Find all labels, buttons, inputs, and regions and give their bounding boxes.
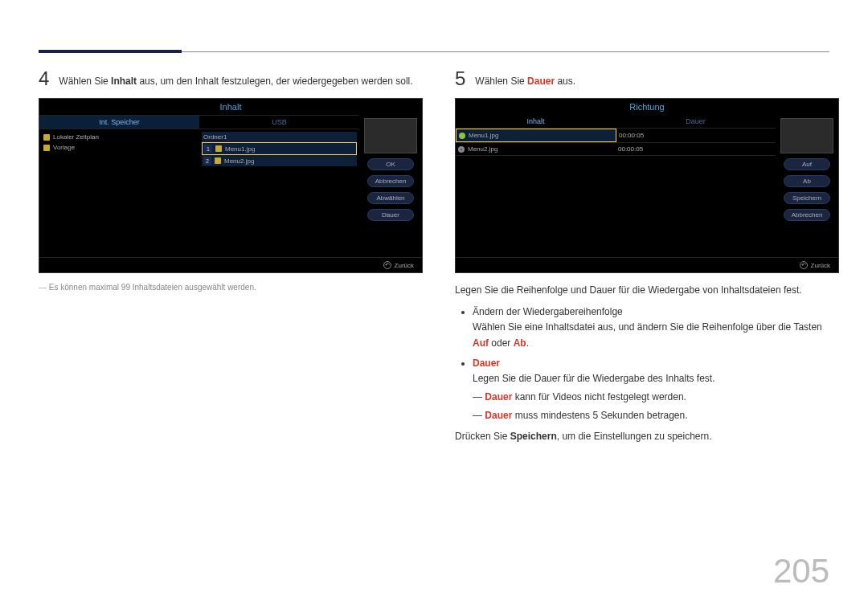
side-panel: OK Abbrechen Abwählen Dauer (359, 115, 422, 255)
footnote: Es können maximal 99 Inhaltsdateien ausg… (39, 283, 423, 292)
sub-item: Dauer kann für Videos nicht festgelegt w… (473, 390, 839, 405)
step-text: Wählen Sie Dauer aus. (475, 69, 575, 88)
red-word: Dauer (473, 358, 500, 369)
step-number: 4 (39, 69, 49, 88)
back-control[interactable]: ↶Zurück (383, 261, 414, 269)
filename: Menu1.jpg (469, 132, 498, 139)
text: aus, um den Inhalt festzulegen, der wied… (137, 76, 413, 87)
dialog-footer: ↶Zurück (456, 257, 838, 272)
red-word: Ab (514, 337, 526, 349)
list-item[interactable]: 2Menu2.jpg (202, 155, 357, 166)
dialog-title: Inhalt (39, 99, 422, 115)
text: muss mindestens 5 Sekunden betragen. (512, 410, 687, 421)
return-icon: ↶ (383, 261, 391, 269)
paragraph: Legen Sie die Reihenfolge und Dauer für … (455, 283, 839, 298)
label: Menu1.jpg (225, 145, 255, 153)
status-icon: • (458, 146, 465, 153)
text: , um die Einstellungen zu speichern. (557, 431, 712, 442)
bullet-list: Ändern der Wiedergabereihenfolge Wählen … (473, 304, 839, 423)
tab-int-speicher[interactable]: Int. Speicher (39, 116, 199, 129)
section-underline (39, 50, 182, 53)
cancel-button[interactable]: Abbrechen (367, 175, 414, 187)
list-item[interactable]: Ordner1 (202, 132, 357, 142)
page-number: 205 (773, 552, 829, 591)
preview-thumb (780, 118, 833, 153)
header-dauer: Dauer (616, 115, 776, 128)
header-inhalt: Inhalt (456, 115, 616, 128)
text: Wählen Sie eine Inhaltsdatei aus, und än… (473, 321, 822, 333)
side-panel: Auf Ab Speichern Abbrechen (776, 115, 838, 255)
text: Legen Sie die Dauer für die Wiedergabe d… (473, 373, 715, 384)
usb-list: Ordner1 1Menu1.jpg 2Menu2.jpg (199, 129, 359, 255)
left-column: 4 Wählen Sie Inhalt aus, um den Inhalt f… (39, 69, 423, 451)
return-icon: ↶ (800, 261, 808, 269)
tab-usb[interactable]: USB (199, 116, 359, 129)
bold-word: Speichern (510, 431, 557, 442)
bold-word: Inhalt (111, 76, 137, 87)
column-headers: Inhalt Dauer (456, 115, 776, 129)
step-number: 5 (455, 69, 465, 88)
step-4: 4 Wählen Sie Inhalt aus, um den Inhalt f… (39, 69, 423, 88)
text: oder (489, 337, 514, 349)
sub-item: Dauer muss mindestens 5 Sekunden betrage… (473, 408, 839, 423)
text: Wählen Sie (59, 76, 111, 87)
tabs: Int. Speicher USB (39, 115, 359, 129)
paragraph: Drücken Sie Speichern, um die Einstellun… (455, 429, 839, 444)
text: kann für Videos nicht festgelegt werden. (512, 391, 686, 403)
index-badge: 2 (203, 157, 211, 165)
screenshot-richtung: Richtung Inhalt Dauer Menu1.jpg 00:00:05… (455, 98, 839, 273)
two-column-layout: 4 Wählen Sie Inhalt aus, um den Inhalt f… (39, 69, 829, 451)
cancel-button[interactable]: Abbrechen (784, 209, 830, 221)
red-word: Dauer (485, 410, 512, 421)
label: Ordner1 (203, 133, 227, 141)
label: Lokaler Zeitplan (53, 133, 99, 141)
table-row[interactable]: •Menu2.jpg 00:00:05 (456, 143, 776, 156)
dialog-footer: ↶Zurück (39, 257, 422, 272)
index-badge: 1 (204, 145, 212, 153)
right-column: 5 Wählen Sie Dauer aus. Richtung Inhalt … (455, 69, 839, 451)
text: Wählen Sie (475, 76, 527, 87)
list-item[interactable]: Vorlage (42, 142, 197, 153)
table-row[interactable]: Menu1.jpg 00:00:05 (456, 129, 776, 143)
save-button[interactable]: Speichern (784, 192, 830, 204)
title: Ändern der Wiedergabereihenfolge (473, 306, 623, 317)
duration-button[interactable]: Dauer (367, 209, 414, 221)
list-item: Dauer Legen Sie die Dauer für die Wieder… (473, 356, 839, 424)
label: Vorlage (53, 144, 75, 151)
label: Menu2.jpg (224, 157, 254, 165)
list-item-selected[interactable]: 1Menu1.jpg (202, 142, 357, 155)
screenshot-inhalt: Inhalt Int. Speicher USB Lokaler Zeitpla… (39, 98, 423, 273)
duration: 00:00:05 (618, 145, 643, 153)
step-5: 5 Wählen Sie Dauer aus. (455, 69, 839, 88)
label: Zurück (811, 262, 830, 269)
red-word: Auf (473, 337, 489, 349)
red-word: Dauer (485, 391, 512, 403)
back-control[interactable]: ↶Zurück (800, 261, 830, 269)
dialog-title: Richtung (456, 99, 838, 115)
text: . (526, 337, 529, 349)
down-button[interactable]: Ab (784, 175, 830, 187)
storage-list: Lokaler Zeitplan Vorlage (39, 129, 199, 255)
filename: Menu2.jpg (468, 145, 497, 153)
red-word: Dauer (527, 76, 555, 87)
duration: 00:00:05 (619, 132, 644, 139)
header-rule (182, 51, 829, 52)
deselect-button[interactable]: Abwählen (367, 192, 414, 204)
step-text: Wählen Sie Inhalt aus, um den Inhalt fes… (59, 69, 412, 88)
text: aus. (555, 76, 575, 87)
status-icon (459, 133, 465, 139)
preview-thumb (364, 118, 417, 153)
label: Zurück (395, 262, 414, 269)
ok-button[interactable]: OK (367, 158, 414, 170)
list-item: Ändern der Wiedergabereihenfolge Wählen … (473, 304, 839, 351)
text: Drücken Sie (455, 431, 510, 442)
up-button[interactable]: Auf (784, 158, 830, 170)
list-item[interactable]: Lokaler Zeitplan (42, 132, 197, 142)
